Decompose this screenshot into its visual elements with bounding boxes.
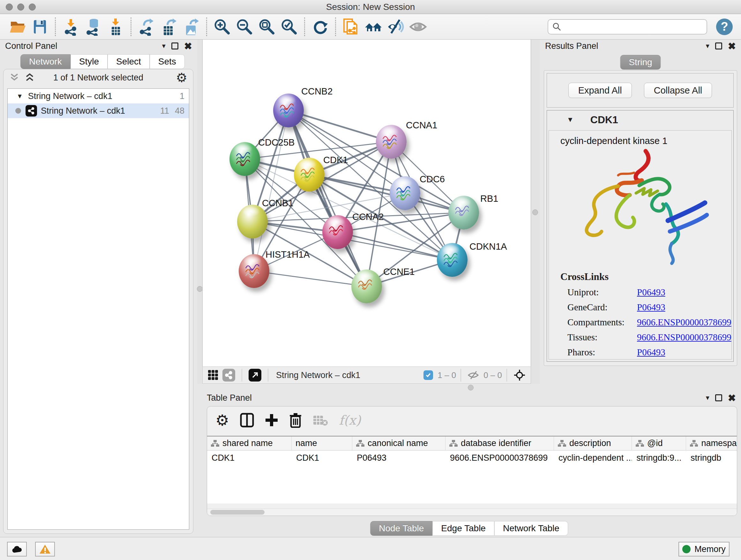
cloud-button[interactable]	[7, 542, 27, 557]
crosslink-link[interactable]: P06493	[637, 287, 665, 298]
import-database-icon[interactable]	[83, 17, 103, 37]
collapse-all-button[interactable]: Collapse All	[644, 83, 712, 98]
bottom-splitter[interactable]	[197, 384, 741, 391]
search-input[interactable]	[562, 22, 696, 32]
zoom-fit-icon[interactable]	[257, 17, 277, 37]
network-share-icon[interactable]	[222, 369, 235, 381]
network-node-CCNA2[interactable]	[322, 215, 353, 249]
table-horizontal-scrollbar[interactable]	[207, 509, 737, 516]
panel-float-icon[interactable]	[172, 43, 179, 50]
zoom-out-icon[interactable]	[234, 17, 254, 37]
network-node-CDC6[interactable]	[390, 176, 420, 210]
tab-sets[interactable]: Sets	[150, 54, 185, 69]
tab-select[interactable]: Select	[108, 54, 150, 69]
panel-close-icon[interactable]: ✖	[184, 41, 192, 52]
network-view-title: String Network – cdk1	[276, 370, 360, 380]
crosslink-link[interactable]: 9606.ENSP00000378699	[637, 317, 731, 327]
zoom-selected-icon[interactable]	[279, 17, 299, 37]
panel-close-icon[interactable]: ✖	[728, 392, 736, 403]
table-cell[interactable]: P06493	[352, 450, 446, 465]
table-cell[interactable]: cyclin-dependent ...	[554, 450, 632, 465]
crosslink-link[interactable]: P06493	[637, 347, 665, 358]
node-result-header[interactable]: ▼ CDK1	[547, 111, 733, 129]
network-node-CDC25B[interactable]	[229, 142, 260, 176]
table-cell[interactable]: stringdb:9...	[632, 450, 686, 465]
zoom-in-icon[interactable]	[212, 17, 232, 37]
column-header-description[interactable]: description	[554, 436, 632, 450]
panel-float-icon[interactable]	[715, 394, 722, 401]
tab-node-table[interactable]: Node Table	[370, 521, 432, 536]
memory-button[interactable]: Memory	[678, 542, 730, 557]
open-session-icon[interactable]	[8, 17, 27, 37]
tab-network[interactable]: Network	[20, 54, 71, 69]
table-row[interactable]: CDK1CDK1P064939606.ENSP00000378699cyclin…	[207, 450, 737, 465]
table-cell[interactable]: 9606.ENSP00000378699	[446, 450, 554, 465]
network-node-CCNA1[interactable]	[376, 125, 407, 159]
table-options-gear-icon[interactable]: ⚙	[215, 411, 229, 429]
warning-button[interactable]	[35, 542, 55, 557]
expand-all-button[interactable]: Expand All	[568, 83, 632, 98]
export-image-icon[interactable]	[181, 17, 201, 37]
function-builder-icon[interactable]: f(x)	[339, 413, 361, 428]
column-header-@id[interactable]: @id	[632, 436, 686, 450]
delete-column-icon[interactable]	[289, 413, 302, 428]
crosslink-link[interactable]: 9606.ENSP00000378699	[637, 332, 731, 343]
export-network-icon[interactable]	[137, 17, 156, 37]
help-icon[interactable]: ?	[716, 18, 733, 35]
refresh-icon[interactable]	[310, 17, 330, 37]
home-icon[interactable]	[363, 17, 383, 37]
grid-view-icon[interactable]	[208, 370, 219, 381]
right-splitter[interactable]	[531, 40, 540, 384]
column-header-namespace[interactable]: namespace	[686, 436, 737, 450]
tab-style[interactable]: Style	[71, 54, 108, 69]
export-table-icon[interactable]	[159, 17, 179, 37]
crosslink-link[interactable]: P06493	[637, 302, 665, 313]
network-node-CDK1[interactable]	[294, 158, 325, 192]
table-cell[interactable]: CDK1	[292, 450, 352, 465]
tab-string[interactable]: String	[620, 55, 661, 70]
tab-edge-table[interactable]: Edge Table	[432, 521, 494, 536]
save-session-icon[interactable]	[30, 17, 50, 37]
column-header-name[interactable]: name	[292, 436, 352, 450]
panel-close-icon[interactable]: ✖	[728, 41, 736, 52]
scrollbar-thumb[interactable]	[210, 510, 265, 515]
center-view-icon[interactable]	[514, 369, 526, 381]
show-columns-icon[interactable]	[240, 413, 254, 428]
hide-panel-icon[interactable]	[386, 17, 406, 37]
panel-collapse-icon[interactable]: ▾	[706, 394, 710, 402]
network-node-CCNE1[interactable]	[351, 269, 382, 303]
splitter-handle[interactable]	[468, 385, 474, 390]
tree-expander-icon[interactable]: ▼	[17, 92, 23, 100]
entry-expander-icon[interactable]: ▼	[567, 116, 574, 124]
hidden-eye-icon[interactable]	[468, 370, 479, 380]
selected-checkbox-icon[interactable]	[423, 370, 433, 380]
table-cell[interactable]: CDK1	[207, 450, 292, 465]
panel-float-icon[interactable]	[715, 43, 722, 50]
search-field[interactable]	[548, 19, 707, 35]
table-cell[interactable]: stringdb	[686, 450, 737, 465]
delete-table-icon[interactable]	[313, 414, 328, 427]
network-node-CDKN1A[interactable]	[437, 243, 468, 277]
import-table-icon[interactable]	[106, 17, 125, 37]
column-header-database-identifier[interactable]: database identifier	[446, 436, 554, 450]
network-row[interactable]: String Network – cdk1 11 48	[8, 104, 189, 118]
show-panel-icon[interactable]	[408, 17, 428, 37]
share-file-icon[interactable]	[341, 17, 361, 37]
column-header-shared-name[interactable]: shared name	[207, 436, 292, 450]
column-header-canonical-name[interactable]: canonical name	[352, 436, 446, 450]
import-network-icon[interactable]	[61, 17, 81, 37]
tab-network-table[interactable]: Network Table	[494, 521, 568, 536]
splitter-handle[interactable]	[197, 286, 203, 292]
panel-collapse-icon[interactable]: ▾	[706, 42, 710, 50]
panel-collapse-icon[interactable]: ▾	[162, 42, 165, 50]
network-node-CCNB2[interactable]	[273, 94, 304, 127]
add-column-icon[interactable]	[265, 414, 278, 427]
network-canvas[interactable]: CCNB2CCNA1CDC25BCDK1CDC6RB1CCNB1CCNA2CDK…	[202, 40, 531, 367]
network-collection-row[interactable]: ▼ String Network – cdk1 1	[8, 89, 189, 104]
network-node-CCNB1[interactable]	[237, 205, 268, 239]
left-splitter[interactable]	[197, 40, 202, 384]
splitter-handle[interactable]	[532, 209, 538, 215]
network-node-RB1[interactable]	[448, 196, 479, 230]
network-node-HIST1H1A[interactable]	[239, 254, 269, 288]
birds-eye-view-icon[interactable]	[249, 369, 261, 381]
